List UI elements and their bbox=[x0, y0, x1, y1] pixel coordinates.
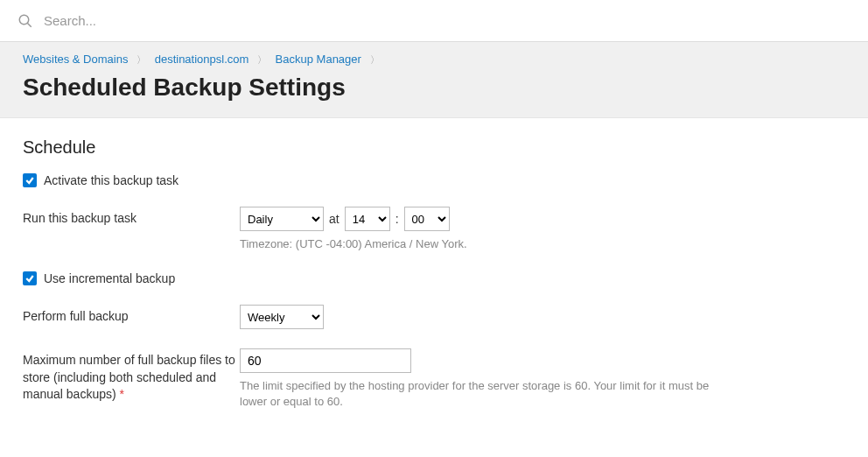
chevron-right-icon: 〉 bbox=[136, 54, 146, 65]
page-title: Scheduled Backup Settings bbox=[23, 74, 845, 102]
search-icon bbox=[18, 13, 33, 29]
run-hour-select[interactable]: 14 bbox=[345, 207, 390, 231]
at-text: at bbox=[329, 212, 340, 226]
activate-backup-checkbox[interactable] bbox=[23, 173, 37, 187]
full-backup-frequency-select[interactable]: Weekly bbox=[240, 305, 324, 329]
breadcrumb-backup-manager[interactable]: Backup Manager bbox=[276, 53, 361, 66]
chevron-right-icon: 〉 bbox=[257, 54, 267, 65]
breadcrumb-websites-domains[interactable]: Websites & Domains bbox=[23, 53, 128, 66]
breadcrumb-domain[interactable]: destinationpsl.com bbox=[155, 53, 249, 66]
colon-text: : bbox=[396, 212, 399, 226]
max-files-input[interactable] bbox=[240, 348, 411, 373]
page-header: Websites & Domains 〉 destinationpsl.com … bbox=[0, 42, 868, 118]
full-backup-label: Perform full backup bbox=[23, 305, 240, 326]
timezone-hint: Timezone: (UTC -04:00) America / New Yor… bbox=[240, 236, 712, 252]
incremental-backup-label: Use incremental backup bbox=[44, 271, 175, 285]
run-minute-select[interactable]: 00 bbox=[404, 207, 450, 231]
max-files-label: Maximum number of full backup files to s… bbox=[23, 348, 240, 404]
chevron-right-icon: 〉 bbox=[370, 54, 380, 65]
svg-point-0 bbox=[19, 15, 29, 25]
incremental-backup-row: Use incremental backup bbox=[23, 271, 845, 285]
svg-line-1 bbox=[27, 23, 32, 27]
run-task-row: Run this backup task Daily at 14 : 00 Ti… bbox=[23, 207, 845, 252]
search-bar bbox=[0, 0, 868, 42]
breadcrumb: Websites & Domains 〉 destinationpsl.com … bbox=[23, 53, 845, 67]
run-frequency-select[interactable]: Daily bbox=[240, 207, 324, 231]
activate-backup-label: Activate this backup task bbox=[44, 173, 178, 187]
content-area: ‹ Schedule Activate this backup task Run… bbox=[0, 118, 868, 449]
max-files-row: Maximum number of full backup files to s… bbox=[23, 348, 845, 410]
required-mark: * bbox=[120, 387, 124, 401]
max-files-hint: The limit specified by the hosting provi… bbox=[240, 378, 712, 410]
incremental-backup-checkbox[interactable] bbox=[23, 271, 37, 285]
search-input[interactable] bbox=[44, 13, 850, 28]
section-title-schedule: Schedule bbox=[23, 137, 845, 158]
full-backup-row: Perform full backup Weekly bbox=[23, 305, 845, 329]
run-task-label: Run this backup task bbox=[23, 207, 240, 228]
activate-backup-row: Activate this backup task bbox=[23, 173, 845, 187]
